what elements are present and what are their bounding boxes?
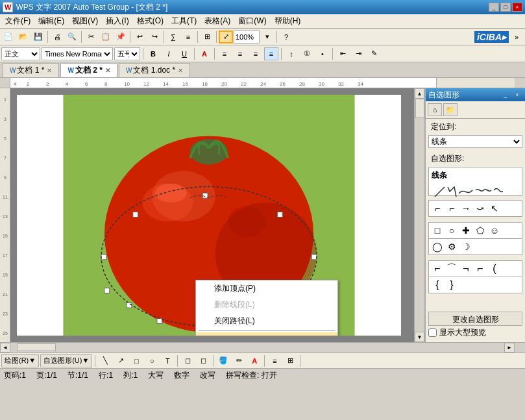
shape-brace-right[interactable]: } <box>445 279 458 291</box>
align-center[interactable]: ≡ <box>233 47 247 60</box>
align-left[interactable]: ≡ <box>217 47 232 60</box>
font-color-button[interactable]: A <box>197 47 212 60</box>
scroll-track[interactable] <box>415 99 424 332</box>
shape-pentagon[interactable]: ⬠ <box>474 225 487 236</box>
menu-format[interactable]: 格式(O) <box>133 14 167 28</box>
align-right[interactable]: ≡ <box>249 47 263 60</box>
help-button[interactable]: ? <box>279 31 293 43</box>
open-button[interactable]: 📂 <box>16 31 31 43</box>
zoom-dropdown[interactable]: ▾ <box>260 31 275 43</box>
new-button[interactable]: 📄 <box>1 31 16 43</box>
draw-textbox[interactable]: T <box>160 354 175 367</box>
more-button[interactable]: » <box>509 31 524 43</box>
shape-rect[interactable]: □ <box>431 225 444 236</box>
draw-group[interactable]: ⊞ <box>283 354 297 367</box>
update-shape-button[interactable]: 更改自选图形 <box>428 312 522 326</box>
autoshape-button[interactable]: 自选图形(U)▼ <box>40 354 92 367</box>
copy-button[interactable]: 📋 <box>99 31 113 43</box>
tab-doc1[interactable]: W 文档 1 * ✕ <box>3 63 59 77</box>
position-select[interactable]: 线条 <box>428 135 522 148</box>
redo-button[interactable]: ↪ <box>147 31 162 43</box>
shape-bracket-topleft[interactable]: ⌐ <box>431 263 444 275</box>
formula-button[interactable]: ∑ <box>166 31 180 43</box>
shape-circle[interactable]: ○ <box>445 225 458 236</box>
undo-button[interactable]: ↩ <box>132 31 147 43</box>
draw-arrow[interactable]: ↗ <box>114 354 128 367</box>
size-select[interactable]: 五号 <box>114 47 140 60</box>
draw-align[interactable]: ≡ <box>267 354 282 367</box>
shape-arrow3[interactable]: ↖ <box>488 203 501 214</box>
tab3-close[interactable]: ✕ <box>178 67 183 74</box>
move-button[interactable]: ⤢ <box>219 31 233 43</box>
shape-bracket-left[interactable]: ( <box>488 263 501 275</box>
menu-edit[interactable]: 编辑(E) <box>34 14 68 28</box>
draw-rect[interactable]: □ <box>129 354 143 367</box>
menu-window[interactable]: 窗口(W) <box>234 14 270 28</box>
font-select[interactable]: Times New Roman <box>42 47 113 60</box>
shape-bracket-square[interactable]: ⌐ <box>474 263 487 275</box>
ctx-delete-segment[interactable]: 删除线段(L) <box>196 297 337 313</box>
table-button[interactable]: ⊞ <box>200 31 214 43</box>
highlight[interactable]: ✎ <box>367 47 381 60</box>
draw-3d[interactable]: ◻ <box>196 354 210 367</box>
scroll-thumb[interactable] <box>415 99 424 118</box>
maximize-button[interactable]: □ <box>500 3 511 12</box>
shape-arrow2[interactable]: ⤻ <box>474 203 487 214</box>
menu-table[interactable]: 表格(A) <box>201 14 234 28</box>
shape-elbow2[interactable]: ⌐ <box>445 203 458 214</box>
ctx-straight-segment[interactable]: 拌宜弓矩(S) <box>196 332 337 336</box>
italic-button[interactable]: I <box>162 47 176 60</box>
align-justify[interactable]: ≡ <box>264 47 278 60</box>
draw-font-color[interactable]: A <box>247 354 262 367</box>
shape-bracket-top[interactable]: ⌒ <box>445 263 458 275</box>
hscroll-right[interactable]: ► <box>504 343 515 352</box>
scroll-up-button[interactable]: ▲ <box>415 88 424 99</box>
tab1-close[interactable]: ✕ <box>47 67 52 74</box>
minimize-button[interactable]: _ <box>489 3 499 12</box>
sort-button[interactable]: ≡ <box>181 31 195 43</box>
draw-line[interactable]: ╲ <box>98 354 112 367</box>
shape-smile[interactable]: ☺ <box>488 225 501 236</box>
draw-ellipse[interactable]: ○ <box>145 354 159 367</box>
style-select[interactable]: 正文 <box>1 47 40 60</box>
shape-brace-left[interactable]: { <box>431 279 444 291</box>
draw-menu-button[interactable]: 绘图(R)▼ <box>1 354 39 367</box>
ctx-add-point[interactable]: 添加顶点(P) <box>196 280 337 297</box>
iciba-logo[interactable]: iCIBA▸ <box>474 31 509 43</box>
panel-close[interactable]: × <box>512 90 522 99</box>
menu-tools[interactable]: 工具(T) <box>167 14 201 28</box>
tab-doc2[interactable]: W 文档 2 * ✕ <box>60 63 117 77</box>
paste-button[interactable]: 📌 <box>114 31 128 43</box>
indent-increase[interactable]: ⇥ <box>351 47 365 60</box>
underline-button[interactable]: U <box>177 47 191 60</box>
shape-gear[interactable]: ⚙ <box>445 241 458 253</box>
menu-insert[interactable]: 插入(I) <box>102 14 132 28</box>
tab2-close[interactable]: ✕ <box>105 67 110 74</box>
preview-checkbox[interactable] <box>428 328 437 337</box>
shape-arrow1[interactable]: → <box>459 203 472 214</box>
cut-button[interactable]: ✂ <box>84 31 98 43</box>
shape-cross[interactable]: ✚ <box>459 225 472 236</box>
panel-folder-btn[interactable]: 📁 <box>443 103 458 116</box>
bullets[interactable]: • <box>315 47 330 60</box>
menu-view[interactable]: 视图(V) <box>68 14 102 28</box>
zoom-input[interactable]: 100% <box>234 31 260 43</box>
title-bar-buttons[interactable]: _ □ × <box>489 3 522 12</box>
bold-button[interactable]: B <box>146 47 160 60</box>
shape-bracket-topright[interactable]: ¬ <box>459 263 472 275</box>
scroll-down-button[interactable]: ▼ <box>415 332 424 342</box>
ctx-close-path[interactable]: 关闭路径(L) <box>196 313 337 329</box>
draw-line-color[interactable]: ✏ <box>232 354 246 367</box>
menu-file[interactable]: 文件(F) <box>1 14 34 28</box>
hscroll-thumb[interactable] <box>17 343 56 351</box>
hscroll-left[interactable]: ◄ <box>0 343 10 352</box>
draw-fill-color[interactable]: 🪣 <box>216 354 230 367</box>
save-button[interactable]: 💾 <box>31 31 45 43</box>
draw-shadow[interactable]: ◻ <box>180 354 195 367</box>
panel-min[interactable]: _ <box>500 90 511 99</box>
line-spacing[interactable]: ↕ <box>284 47 299 60</box>
hscroll-track[interactable] <box>10 343 504 352</box>
preview-button[interactable]: 🔍 <box>65 31 79 43</box>
tab-doc1doc[interactable]: W 文档 1.doc * ✕ <box>119 63 190 77</box>
shape-moon[interactable]: ☽ <box>459 241 472 253</box>
